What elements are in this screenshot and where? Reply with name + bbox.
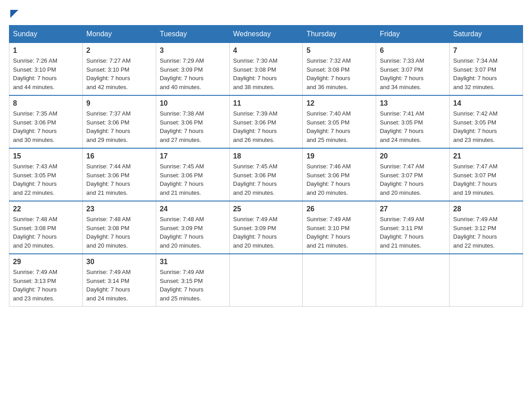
- calendar-cell: 8 Sunrise: 7:35 AMSunset: 3:06 PMDayligh…: [9, 95, 83, 148]
- header-tuesday: Tuesday: [156, 26, 229, 43]
- day-info: Sunrise: 7:37 AMSunset: 3:06 PMDaylight:…: [86, 110, 131, 143]
- calendar-cell: 1 Sunrise: 7:26 AMSunset: 3:10 PMDayligh…: [9, 43, 83, 96]
- day-number: 4: [233, 47, 299, 55]
- day-number: 10: [160, 99, 226, 107]
- day-info: Sunrise: 7:45 AMSunset: 3:06 PMDaylight:…: [233, 163, 278, 196]
- calendar-cell: 10 Sunrise: 7:38 AMSunset: 3:06 PMDaylig…: [156, 95, 229, 148]
- calendar-cell: 28 Sunrise: 7:49 AMSunset: 3:12 PMDaylig…: [450, 201, 523, 254]
- day-info: Sunrise: 7:43 AMSunset: 3:05 PMDaylight:…: [13, 163, 57, 196]
- day-number: 27: [380, 205, 446, 213]
- day-info: Sunrise: 7:40 AMSunset: 3:05 PMDaylight:…: [306, 110, 351, 143]
- calendar-week-3: 15 Sunrise: 7:43 AMSunset: 3:05 PMDaylig…: [9, 148, 523, 201]
- calendar-week-2: 8 Sunrise: 7:35 AMSunset: 3:06 PMDayligh…: [9, 95, 523, 148]
- calendar-cell: 4 Sunrise: 7:30 AMSunset: 3:08 PMDayligh…: [229, 43, 303, 96]
- day-info: Sunrise: 7:49 AMSunset: 3:11 PMDaylight:…: [380, 216, 424, 249]
- calendar-cell: [376, 254, 450, 307]
- day-info: Sunrise: 7:38 AMSunset: 3:06 PMDaylight:…: [160, 110, 204, 143]
- calendar-cell: [229, 254, 303, 307]
- logo: [9, 9, 18, 16]
- header-wednesday: Wednesday: [229, 26, 303, 43]
- day-info: Sunrise: 7:48 AMSunset: 3:08 PMDaylight:…: [86, 216, 131, 249]
- day-info: Sunrise: 7:32 AMSunset: 3:08 PMDaylight:…: [306, 57, 351, 90]
- day-number: 26: [306, 205, 372, 213]
- day-number: 9: [86, 99, 152, 107]
- header-saturday: Saturday: [450, 26, 523, 43]
- calendar-cell: 21 Sunrise: 7:47 AMSunset: 3:07 PMDaylig…: [450, 148, 523, 201]
- logo-arrow-icon: [10, 10, 18, 18]
- day-number: 12: [306, 99, 372, 107]
- day-info: Sunrise: 7:35 AMSunset: 3:06 PMDaylight:…: [13, 110, 57, 143]
- day-info: Sunrise: 7:49 AMSunset: 3:09 PMDaylight:…: [233, 216, 278, 249]
- calendar-header-row: SundayMondayTuesdayWednesdayThursdayFrid…: [9, 26, 523, 43]
- calendar-cell: 18 Sunrise: 7:45 AMSunset: 3:06 PMDaylig…: [229, 148, 303, 201]
- day-number: 16: [86, 152, 152, 160]
- calendar-table: SundayMondayTuesdayWednesdayThursdayFrid…: [9, 25, 523, 307]
- day-number: 29: [13, 258, 79, 266]
- calendar-cell: [303, 254, 376, 307]
- day-number: 31: [160, 258, 226, 266]
- day-info: Sunrise: 7:34 AMSunset: 3:07 PMDaylight:…: [453, 57, 498, 90]
- day-number: 19: [306, 152, 372, 160]
- header-monday: Monday: [82, 26, 156, 43]
- day-number: 5: [306, 47, 372, 55]
- day-number: 25: [233, 205, 299, 213]
- day-number: 8: [13, 99, 79, 107]
- calendar-cell: 3 Sunrise: 7:29 AMSunset: 3:09 PMDayligh…: [156, 43, 229, 96]
- day-number: 1: [13, 47, 79, 55]
- day-info: Sunrise: 7:27 AMSunset: 3:10 PMDaylight:…: [86, 57, 131, 90]
- calendar-cell: 15 Sunrise: 7:43 AMSunset: 3:05 PMDaylig…: [9, 148, 83, 201]
- calendar-week-4: 22 Sunrise: 7:48 AMSunset: 3:08 PMDaylig…: [9, 201, 523, 254]
- day-info: Sunrise: 7:29 AMSunset: 3:09 PMDaylight:…: [160, 57, 204, 90]
- page-header: [9, 9, 523, 16]
- day-number: 23: [86, 205, 152, 213]
- day-info: Sunrise: 7:47 AMSunset: 3:07 PMDaylight:…: [453, 163, 498, 196]
- day-info: Sunrise: 7:33 AMSunset: 3:07 PMDaylight:…: [380, 57, 424, 90]
- day-number: 7: [453, 47, 519, 55]
- calendar-cell: 16 Sunrise: 7:44 AMSunset: 3:06 PMDaylig…: [82, 148, 156, 201]
- day-number: 15: [13, 152, 79, 160]
- day-number: 20: [380, 152, 446, 160]
- calendar-cell: 30 Sunrise: 7:49 AMSunset: 3:14 PMDaylig…: [82, 254, 156, 307]
- calendar-cell: 25 Sunrise: 7:49 AMSunset: 3:09 PMDaylig…: [229, 201, 303, 254]
- day-info: Sunrise: 7:49 AMSunset: 3:13 PMDaylight:…: [13, 269, 57, 302]
- day-number: 3: [160, 47, 226, 55]
- calendar-cell: 22 Sunrise: 7:48 AMSunset: 3:08 PMDaylig…: [9, 201, 83, 254]
- day-number: 22: [13, 205, 79, 213]
- day-number: 24: [160, 205, 226, 213]
- day-number: 6: [380, 47, 446, 55]
- day-number: 11: [233, 99, 299, 107]
- day-info: Sunrise: 7:30 AMSunset: 3:08 PMDaylight:…: [233, 57, 278, 90]
- day-number: 13: [380, 99, 446, 107]
- day-info: Sunrise: 7:41 AMSunset: 3:05 PMDaylight:…: [380, 110, 424, 143]
- day-info: Sunrise: 7:49 AMSunset: 3:14 PMDaylight:…: [86, 269, 131, 302]
- calendar-week-5: 29 Sunrise: 7:49 AMSunset: 3:13 PMDaylig…: [9, 254, 523, 307]
- header-sunday: Sunday: [9, 26, 83, 43]
- day-info: Sunrise: 7:49 AMSunset: 3:12 PMDaylight:…: [453, 216, 498, 249]
- day-info: Sunrise: 7:48 AMSunset: 3:08 PMDaylight:…: [13, 216, 57, 249]
- day-number: 2: [86, 47, 152, 55]
- calendar-cell: [450, 254, 523, 307]
- day-number: 18: [233, 152, 299, 160]
- calendar-cell: 12 Sunrise: 7:40 AMSunset: 3:05 PMDaylig…: [303, 95, 376, 148]
- calendar-cell: 19 Sunrise: 7:46 AMSunset: 3:06 PMDaylig…: [303, 148, 376, 201]
- day-number: 14: [453, 99, 519, 107]
- calendar-week-1: 1 Sunrise: 7:26 AMSunset: 3:10 PMDayligh…: [9, 43, 523, 96]
- calendar-cell: 13 Sunrise: 7:41 AMSunset: 3:05 PMDaylig…: [376, 95, 450, 148]
- calendar-cell: 9 Sunrise: 7:37 AMSunset: 3:06 PMDayligh…: [82, 95, 156, 148]
- header-thursday: Thursday: [303, 26, 376, 43]
- calendar-cell: 11 Sunrise: 7:39 AMSunset: 3:06 PMDaylig…: [229, 95, 303, 148]
- day-number: 21: [453, 152, 519, 160]
- calendar-cell: 24 Sunrise: 7:48 AMSunset: 3:09 PMDaylig…: [156, 201, 229, 254]
- day-number: 28: [453, 205, 519, 213]
- calendar-cell: 14 Sunrise: 7:42 AMSunset: 3:05 PMDaylig…: [450, 95, 523, 148]
- calendar-cell: 17 Sunrise: 7:45 AMSunset: 3:06 PMDaylig…: [156, 148, 229, 201]
- day-info: Sunrise: 7:26 AMSunset: 3:10 PMDaylight:…: [13, 57, 57, 90]
- day-info: Sunrise: 7:46 AMSunset: 3:06 PMDaylight:…: [306, 163, 351, 196]
- day-number: 30: [86, 258, 152, 266]
- day-number: 17: [160, 152, 226, 160]
- calendar-cell: 5 Sunrise: 7:32 AMSunset: 3:08 PMDayligh…: [303, 43, 376, 96]
- calendar-cell: 20 Sunrise: 7:47 AMSunset: 3:07 PMDaylig…: [376, 148, 450, 201]
- day-info: Sunrise: 7:49 AMSunset: 3:10 PMDaylight:…: [306, 216, 351, 249]
- calendar-cell: 31 Sunrise: 7:49 AMSunset: 3:15 PMDaylig…: [156, 254, 229, 307]
- calendar-cell: 29 Sunrise: 7:49 AMSunset: 3:13 PMDaylig…: [9, 254, 83, 307]
